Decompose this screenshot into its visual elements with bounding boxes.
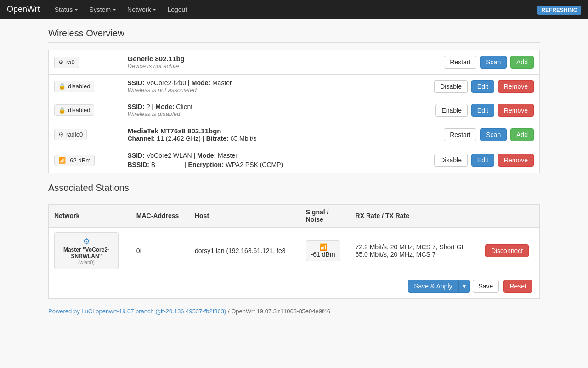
disabled2-remove-button[interactable]: Remove — [498, 104, 534, 117]
disabled1-device-cell: 🔒 disabled — [49, 75, 122, 98]
col-host: Host — [189, 205, 300, 228]
ra0-actions-cell: Restart Scan Add — [425, 50, 540, 75]
navbar-right: REFRESHING — [537, 6, 581, 13]
footer-bar: Save & Apply ▾ Save Reset — [48, 274, 540, 299]
assoc-table-header-row: Network MAC-Address Host Signal /Noise R… — [49, 205, 540, 228]
lock-icon-1: 🔒 — [58, 83, 66, 90]
save-apply-dropdown-button[interactable]: ▾ — [458, 280, 470, 293]
ra0-restart-button[interactable]: Restart — [444, 56, 476, 69]
wlan0-actions-cell: Disable Edit Remove — [425, 147, 540, 173]
bitrate-label: | Bitrate: — [203, 135, 229, 142]
nav-item-status: Status — [49, 1, 84, 18]
logout-button[interactable]: Logout — [162, 1, 192, 18]
status-caret-icon — [74, 9, 78, 11]
radio0-title: MediaTek MT76x8 802.11bgn — [128, 127, 419, 135]
network-menu-button[interactable]: Network — [122, 1, 162, 18]
col-actions — [480, 205, 540, 228]
ssid-value-1: VoCore2-f2b0 — [147, 79, 188, 86]
wlan-label-wlan0: WLAN | — [173, 152, 197, 159]
disabled2-ssid-line: SSID: ? | Mode: Client — [128, 103, 419, 110]
wlan0-bssid-line: BSSID: B | Encryption: WPA2 PSK (CCMP) — [128, 161, 419, 168]
disabled1-disable-button[interactable]: Disable — [434, 80, 468, 93]
assoc-station-row: ⚙ Master "VoCore2-SNRWLAN" (wlan0) 0i do… — [49, 227, 540, 274]
main-content: Wireless Overview ⚙ ra0 Generic 802.11bg… — [41, 19, 547, 333]
wireless-overview-title: Wireless Overview — [48, 28, 540, 43]
reset-button[interactable]: Reset — [503, 280, 532, 293]
bssid-label-wlan0: BSSID: — [128, 161, 149, 168]
wireless-iface-wlan0-row: 📶 -62 dBm SSID: VoCore2 WLAN | Mode: Mas… — [49, 147, 540, 173]
ra0-add-button[interactable]: Add — [510, 56, 534, 69]
disabled2-edit-button[interactable]: Edit — [471, 104, 494, 117]
wlan0-signal-value: -62 dBm — [68, 157, 90, 164]
system-menu-button[interactable]: System — [84, 1, 122, 18]
disabled2-enable-button[interactable]: Enable — [435, 104, 468, 117]
station-rx-value: 72.2 Mbit/s, 20 MHz, MCS 7, Short GI — [356, 243, 474, 251]
ra0-scan-button[interactable]: Scan — [480, 56, 507, 69]
channel-value: 11 (2.462 GHz) — [157, 135, 203, 142]
ssid-label-2: SSID: — [128, 103, 145, 110]
powered-by-link[interactable]: Powered by LuCI openwrt-19.07 branch (gi… — [48, 308, 226, 315]
wlan0-edit-button[interactable]: Edit — [471, 154, 494, 167]
ra0-subtitle: Device is not active — [128, 63, 419, 69]
station-network-box: ⚙ Master "VoCore2-SNRWLAN" (wlan0) — [54, 232, 119, 269]
wlan0-ssid-line: SSID: VoCore2 WLAN | Mode: Master — [128, 152, 419, 159]
wireless-overview-table: ⚙ ra0 Generic 802.11bg Device is not act… — [48, 50, 540, 173]
station-signal-icon: 📶 — [311, 243, 335, 251]
mode-label-2: | Mode: — [152, 103, 174, 110]
station-actions-cell: Disconnect — [480, 227, 540, 274]
wireless-device-radio0-row: ⚙ radio0 MediaTek MT76x8 802.11bgn Chann… — [49, 122, 540, 147]
status-menu-button[interactable]: Status — [49, 1, 84, 18]
col-rxtx: RX Rate / TX Rate — [350, 205, 480, 228]
logout-label: Logout — [167, 6, 187, 13]
save-apply-button[interactable]: Save & Apply — [408, 280, 458, 293]
channel-label: Channel: — [128, 135, 155, 142]
radio0-restart-button[interactable]: Restart — [444, 128, 476, 141]
encryption-label-wlan0: Encryption: — [188, 161, 224, 168]
col-network: Network — [49, 205, 131, 228]
ra0-title: Generic 802.11bg — [128, 55, 419, 63]
col-mac: MAC-Address — [131, 205, 189, 228]
wireless-iface-disabled2-row: 🔒 disabled SSID: ? | Mode: Client Wirele… — [49, 98, 540, 122]
gear-icon-radio0: ⚙ — [58, 131, 64, 138]
radio0-actions-cell: Restart Scan Add — [425, 122, 540, 147]
wireless-iface-disabled1-row: 🔒 disabled SSID: VoCore2-f2b0 | Mode: Ma… — [49, 75, 540, 98]
ra0-badge: ⚙ ra0 — [54, 57, 79, 68]
radio0-label: radio0 — [66, 131, 83, 138]
system-label: System — [89, 6, 111, 13]
gear-icon: ⚙ — [58, 59, 64, 66]
save-button[interactable]: Save — [473, 280, 499, 293]
wlan0-remove-button[interactable]: Remove — [498, 154, 534, 167]
version-text: / OpenWrt 19.07.3 r11063-85e04e9f46 — [228, 308, 330, 315]
ra0-info-cell: Generic 802.11bg Device is not active — [122, 50, 425, 75]
bssid-value-wlan0: B — [151, 161, 155, 168]
station-tx-value: 65.0 Mbit/s, 20 MHz, MCS 7 — [356, 251, 474, 258]
bitrate-value: 65 Mbit/s — [231, 135, 257, 142]
station-disconnect-button[interactable]: Disconnect — [485, 244, 529, 257]
disabled1-info-cell: SSID: VoCore2-f2b0 | Mode: Master Wirele… — [122, 75, 425, 98]
associated-stations-title: Associated Stations — [48, 183, 540, 197]
wlan0-disable-button[interactable]: Disable — [434, 154, 468, 167]
col-signal: Signal /Noise — [300, 205, 350, 228]
disabled2-state-label: disabled — [68, 107, 90, 114]
navbar-brand[interactable]: OpenWrt — [7, 5, 40, 14]
disabled1-remove-button[interactable]: Remove — [498, 80, 534, 93]
disabled1-info-text: Wireless is not associated — [128, 86, 419, 93]
station-network-label: Master "VoCore2-SNRWLAN" — [60, 247, 113, 259]
system-caret-icon — [113, 9, 116, 11]
radio0-device-cell: ⚙ radio0 — [49, 122, 122, 147]
encryption-value-wlan0: WPA2 PSK (CCMP) — [226, 161, 283, 168]
disabled1-actions-cell: Disable Edit Remove — [425, 75, 540, 98]
station-network-icon: ⚙ — [60, 236, 113, 247]
station-network-sub: (wlan0) — [60, 259, 113, 265]
radio0-scan-button[interactable]: Scan — [480, 128, 507, 141]
disabled1-ssid-line: SSID: VoCore2-f2b0 | Mode: Master — [128, 79, 419, 86]
disabled1-edit-button[interactable]: Edit — [471, 80, 494, 93]
status-label: Status — [55, 6, 73, 13]
ra0-device-cell: ⚙ ra0 — [49, 50, 122, 75]
wlan0-signal-badge: 📶 -62 dBm — [54, 155, 95, 166]
radio0-add-button[interactable]: Add — [510, 128, 534, 141]
disabled2-info-text: Wireless is disabled — [128, 110, 419, 117]
station-signal-cell: 📶 -61 dBm — [300, 227, 350, 274]
network-label: Network — [127, 6, 151, 13]
signal-bars-icon: 📶 — [58, 157, 66, 164]
